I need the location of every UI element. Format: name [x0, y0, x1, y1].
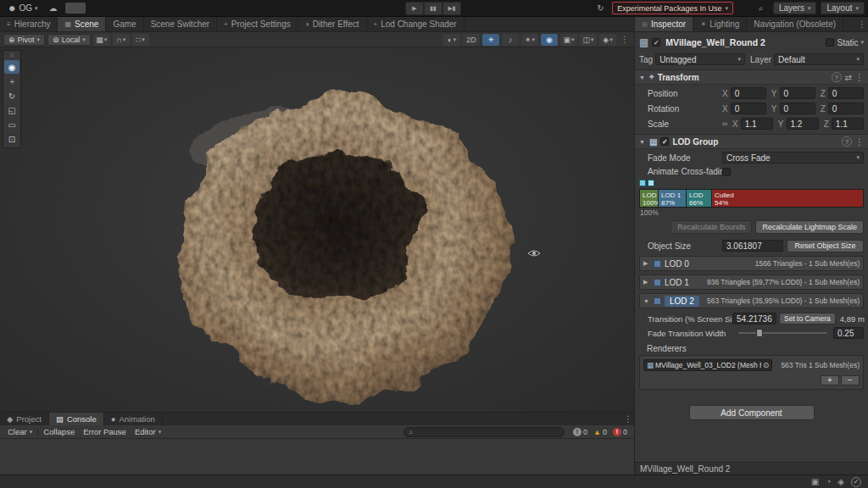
scene-lighting-toggle[interactable]: ☀	[482, 34, 499, 46]
activity-icon[interactable]: ▣	[811, 477, 819, 486]
scale-x-field[interactable]: 1.1	[741, 118, 773, 130]
move-tool-button[interactable]: ＋	[4, 75, 19, 88]
scale-tool-button[interactable]: ◱	[4, 103, 19, 117]
foldout-icon[interactable]: ▶	[643, 279, 650, 286]
tab-lighting[interactable]: ☀Lighting	[693, 17, 747, 31]
console-log-area[interactable]	[0, 439, 634, 474]
foldout-icon[interactable]: ▼	[639, 139, 646, 145]
panel-menu-button[interactable]: ⋮	[856, 17, 868, 31]
tab-hierarchy[interactable]: ≡Hierarchy	[0, 17, 58, 31]
camera-settings-button[interactable]: ▣▾	[560, 34, 577, 46]
overlay-grip-handle[interactable]: ⠿	[9, 53, 14, 59]
object-picker-icon[interactable]: ⊙	[763, 361, 769, 369]
notification-bell-icon[interactable]: ◔	[826, 477, 831, 486]
collapse-toggle[interactable]: Collapse	[39, 426, 79, 438]
culled-segment[interactable]: Culled54%	[712, 190, 863, 207]
error-count-toggle[interactable]: !0	[613, 428, 627, 436]
scene-viewport[interactable]: ⠿ ◉ ＋ ↻ ◱ ▭ ⊡	[0, 47, 634, 412]
fade-width-slider[interactable]	[738, 332, 827, 334]
lod-group-component-header[interactable]: ▼ ▤ ✓ LOD Group ? ⋮	[635, 134, 868, 149]
tab-project[interactable]: ◆Project	[0, 413, 49, 425]
scale-z-field[interactable]: 1.1	[832, 118, 864, 130]
scale-link-icon[interactable]: ∞	[722, 119, 731, 128]
split-view-button[interactable]: ◫▾	[580, 34, 597, 46]
layers-dropdown[interactable]: Layers ▾	[773, 2, 817, 14]
gizmos-button[interactable]: ◈▾	[599, 34, 616, 46]
tab-navigation[interactable]: Navigation (Obsolete)	[747, 17, 843, 31]
rotation-y-field[interactable]: 0	[780, 103, 815, 114]
lod1-row[interactable]: ▶ LOD 1 936 Triangles (59,77% LOD0) - 1 …	[639, 274, 864, 290]
undo-history-button[interactable]: ↻	[593, 2, 608, 14]
transform-component-header[interactable]: ▼ ⌖ Transform ? ⇄ ⋮	[635, 69, 868, 85]
rotation-x-field[interactable]: 0	[731, 103, 766, 114]
foldout-icon[interactable]: ▶	[643, 260, 650, 267]
remove-renderer-button[interactable]: −	[841, 375, 860, 385]
rotation-z-field[interactable]: 0	[828, 103, 864, 114]
position-x-field[interactable]: 0	[731, 87, 766, 99]
rotate-tool-button[interactable]: ↻	[4, 89, 19, 103]
increment-snap-button[interactable]: ∷▾	[132, 34, 149, 46]
tab-console[interactable]: ▤Console	[49, 413, 104, 425]
active-checkbox[interactable]: ✓	[652, 38, 660, 47]
warning-count-toggle[interactable]: ▲0	[593, 428, 607, 436]
pause-button[interactable]: ▮▮	[424, 2, 442, 15]
position-z-field[interactable]: 0	[828, 87, 864, 99]
tag-dropdown[interactable]: Untagged▾	[655, 53, 745, 65]
effects-toggle[interactable]: ✶▾	[521, 34, 538, 46]
lod2-segment[interactable]: LOD66%	[687, 190, 712, 207]
scene-visibility-toggle[interactable]: ◉	[541, 34, 558, 46]
lod0-row[interactable]: ▶ LOD 0 1566 Triangles - 1 Sub Mesh(es)	[639, 256, 864, 271]
slider-handle[interactable]	[756, 329, 763, 337]
recalculate-lightmap-button[interactable]: Recalculate Lightmap Scale	[755, 220, 864, 234]
view-tool-button[interactable]: ◉	[4, 60, 19, 74]
recalculate-bounds-button[interactable]: Recalculate Bounds	[670, 220, 752, 234]
gameobject-name[interactable]: MVillage_Well_Round 2	[665, 37, 822, 47]
tab-scene-switcher[interactable]: Scene Switcher	[144, 17, 217, 31]
object-size-field[interactable]: 3.061807	[722, 240, 783, 252]
clear-button[interactable]: Clear▾	[3, 426, 36, 438]
lod1-segment[interactable]: LOD 187%	[659, 190, 687, 207]
scene-audio-toggle[interactable]: ♪	[502, 34, 519, 46]
grid-snap-button[interactable]: ▦▾	[93, 34, 110, 46]
tab-inspector[interactable]: ◎Inspector	[635, 17, 693, 31]
play-button[interactable]: ▶	[405, 2, 424, 15]
rect-tool-button[interactable]: ▭	[4, 118, 19, 131]
lod-group-enabled-checkbox[interactable]: ✓	[660, 137, 669, 146]
step-button[interactable]: ▶▮	[442, 2, 461, 15]
layout-dropdown[interactable]: Layout ▾	[821, 2, 865, 14]
console-search-box[interactable]: ⌕	[403, 427, 565, 437]
search-button[interactable]: ⌕	[754, 2, 769, 14]
lod2-row[interactable]: ▼ LOD 2 563 Triangles (35,95% LOD0) - 1 …	[639, 293, 864, 308]
kebab-icon[interactable]: ⋮	[855, 137, 864, 147]
account-button[interactable]: ☻ OG ▾	[4, 3, 42, 14]
cache-icon[interactable]: ◈	[837, 477, 844, 486]
foldout-icon[interactable]: ▼	[639, 75, 646, 80]
console-search-input[interactable]	[415, 428, 559, 436]
fade-width-field[interactable]: 0.25	[833, 327, 864, 339]
experimental-packages-button[interactable]: Experimental Packages In Use ▾	[612, 2, 733, 14]
help-icon[interactable]: ?	[842, 136, 852, 147]
transition-field[interactable]: 54.21736	[732, 313, 776, 324]
snap-toggle-button[interactable]: ∩▾	[113, 34, 130, 46]
lod-slider-bar[interactable]: LOD 0100% LOD 187% LOD66% Culled54%	[639, 189, 864, 208]
preset-icon[interactable]: ⇄	[845, 73, 852, 82]
local-toggle[interactable]: ⊚Local▾	[47, 34, 91, 46]
tab-dither-effect[interactable]: ◑Dither Effect	[298, 17, 367, 31]
2d-toggle[interactable]: 2D	[463, 34, 480, 46]
set-to-camera-button[interactable]: Set to Camera	[779, 313, 836, 324]
fade-mode-dropdown[interactable]: Cross Fade▾	[722, 152, 864, 164]
help-icon[interactable]: ?	[832, 72, 842, 82]
tab-lod-change-shader[interactable]: +Lod Change Shader	[367, 17, 465, 31]
lod0-segment[interactable]: LOD 0100%	[640, 190, 659, 207]
foldout-icon[interactable]: ▼	[643, 298, 650, 304]
pivot-toggle[interactable]: ⊕Pivot▾	[3, 34, 45, 46]
cloud-button[interactable]: ☁	[46, 2, 61, 14]
tab-scene[interactable]: ▦Scene	[58, 17, 106, 31]
info-count-toggle[interactable]: !0	[573, 428, 587, 436]
animate-crossfade-checkbox[interactable]	[722, 168, 731, 176]
reset-object-size-button[interactable]: Reset Object Size	[787, 240, 864, 252]
scale-y-field[interactable]: 1.2	[787, 118, 819, 130]
collab-button[interactable]	[65, 3, 86, 14]
position-y-field[interactable]: 0	[780, 87, 815, 99]
draw-mode-button[interactable]: ◐▾	[443, 34, 460, 46]
